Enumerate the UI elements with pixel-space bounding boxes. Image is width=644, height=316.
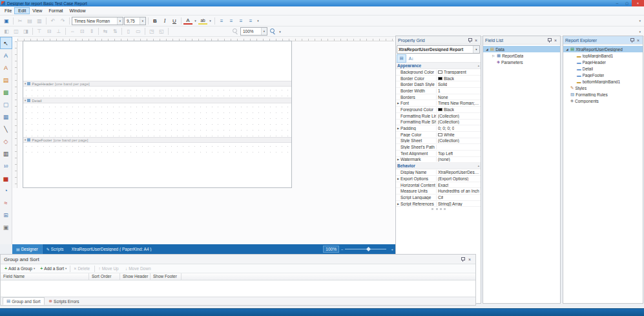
property-value[interactable]: Top Left: [437, 151, 481, 156]
font-name-combo[interactable]: Times New Roman ▾: [72, 17, 123, 25]
font-color-button[interactable]: A: [183, 17, 192, 25]
pin-icon[interactable]: [630, 37, 634, 43]
close-button[interactable]: ×: [632, 0, 644, 6]
property-row[interactable]: Border Width 1: [396, 88, 481, 94]
property-value[interactable]: XtraReportUserDesigned: [437, 170, 481, 174]
expander-icon[interactable]: ▷: [492, 54, 495, 58]
band-area-pageheader[interactable]: [23, 87, 291, 98]
property-value[interactable]: (Export Options): [437, 176, 481, 181]
menu-file[interactable]: File: [1, 8, 15, 14]
highlight-button[interactable]: ab: [198, 17, 207, 25]
close-icon[interactable]: ×: [553, 38, 558, 43]
bring-to-front-icon[interactable]: ◳: [147, 27, 156, 36]
node-formatting-rules[interactable]: ▨ Formatting Rules: [563, 91, 643, 98]
zoom-slider-thumb[interactable]: [366, 247, 371, 251]
property-row[interactable]: Style Sheet (Collection): [396, 138, 481, 145]
subreport-tool[interactable]: ▣: [1, 222, 12, 233]
pin-icon[interactable]: [461, 257, 465, 262]
band-strip-pageheader[interactable]: ▾ PageHeader [one band per page]: [23, 81, 291, 87]
close-icon[interactable]: ×: [467, 257, 472, 262]
property-value[interactable]: Transparent: [437, 70, 481, 74]
node-parameters[interactable]: ◈ Parameters: [483, 59, 560, 65]
zoom-level-combo[interactable]: 100% ▾: [240, 27, 267, 36]
font-size-combo[interactable]: 9,75 ▾: [124, 17, 146, 25]
node-styles[interactable]: ✎ Styles: [563, 85, 643, 91]
category-appearance[interactable]: Appearance ▴: [396, 63, 481, 69]
picture-box-tool[interactable]: ▩: [1, 87, 12, 98]
property-row[interactable]: ▶ Padding 0; 0; 0; 0: [396, 125, 481, 132]
shape-tool[interactable]: ◇: [1, 136, 12, 147]
band-strip-pagefooter[interactable]: ▾ PageFooter [one band per page]: [23, 137, 291, 143]
expander-icon[interactable]: ◢: [565, 48, 569, 51]
dropdown-arrow-icon[interactable]: ▾: [117, 17, 123, 25]
zoom-decrease-icon[interactable]: −: [341, 248, 344, 251]
align-right-button[interactable]: ≡: [236, 17, 245, 25]
send-to-back-icon[interactable]: ◱: [157, 27, 166, 36]
tab-scripts[interactable]: ✎ Scripts: [42, 244, 68, 254]
node-topmarginband1[interactable]: ▬ topMarginBand1: [563, 52, 643, 59]
node-data[interactable]: ◢ ▤ Data: [483, 46, 560, 52]
toolbar-overflow-icon[interactable]: ▾: [639, 30, 642, 34]
property-value[interactable]: Solid: [437, 82, 481, 87]
menu-format[interactable]: Format: [45, 8, 66, 14]
category-behavior[interactable]: Behavior ▴: [396, 163, 481, 169]
property-row[interactable]: Formatting Rule Links (Collection): [396, 113, 481, 120]
property-row[interactable]: Script Language C#: [396, 195, 481, 201]
minimize-button[interactable]: ─: [612, 0, 622, 6]
design-surface[interactable]: ▾ PageHeader [one band per page] ▾ Detai…: [12, 37, 395, 244]
pin-icon[interactable]: [547, 37, 552, 43]
property-value[interactable]: Hundredths of an Inch: [437, 189, 481, 193]
node-pagefooter[interactable]: ▬ PageFooter: [563, 72, 643, 78]
node-components[interactable]: ◈ Components: [563, 98, 643, 104]
italic-button[interactable]: I: [160, 17, 169, 25]
dropdown-arrow-icon[interactable]: ▾: [140, 17, 145, 25]
property-row[interactable]: Style Sheet's Path: [396, 144, 481, 151]
property-row[interactable]: Display Name XtraReportUserDesigned: [396, 169, 481, 176]
property-row[interactable]: ▶ Script References String[] Array: [396, 201, 481, 207]
copy-icon[interactable]: ▤: [25, 17, 34, 25]
group-sort-body[interactable]: [1, 280, 475, 297]
same-height-icon[interactable]: ⇕: [87, 27, 96, 36]
align-center-button[interactable]: ≡: [227, 17, 236, 25]
report-page[interactable]: ▾ PageHeader [one band per page] ▾ Detai…: [23, 41, 292, 188]
property-value[interactable]: Black: [437, 107, 481, 112]
property-value[interactable]: 1: [437, 89, 481, 93]
property-value[interactable]: 0; 0; 0; 0: [437, 126, 481, 131]
table-tool[interactable]: ▦: [1, 111, 12, 122]
zipcode-tool[interactable]: 10: [1, 160, 12, 171]
property-value[interactable]: C#: [437, 195, 481, 200]
pivot-grid-tool[interactable]: ⊞: [1, 209, 12, 220]
cut-icon[interactable]: ✂: [16, 17, 25, 25]
property-row[interactable]: Page Color White: [396, 132, 481, 138]
zoom-slider[interactable]: [345, 246, 386, 253]
property-row[interactable]: Text Alignment Top Left: [396, 151, 481, 157]
band-area-pagefooter[interactable]: [23, 143, 291, 156]
rich-text-tool[interactable]: ▤: [1, 74, 12, 85]
column-header[interactable]: Show Footer: [151, 273, 182, 280]
text-align-dropdown-icon[interactable]: ▾: [256, 17, 260, 25]
align-left-button[interactable]: ≡: [217, 17, 226, 25]
property-row[interactable]: Background Color Transparent: [396, 69, 481, 76]
bold-button[interactable]: B: [151, 17, 160, 25]
node-detail[interactable]: ▬ Detail: [563, 65, 643, 72]
property-row[interactable]: ▶ Font Times New Roman; 9.75pt: [396, 100, 481, 107]
property-value[interactable]: (none): [437, 157, 481, 162]
band-area-detail[interactable]: [23, 104, 291, 137]
menu-window[interactable]: Window: [67, 8, 89, 14]
expander-icon[interactable]: ◢: [485, 48, 489, 51]
highlight-dropdown-icon[interactable]: ▾: [208, 17, 213, 25]
pin-icon[interactable]: [468, 37, 472, 43]
collapse-band-icon[interactable]: ▾: [25, 82, 26, 85]
font-color-dropdown-icon[interactable]: ▾: [193, 17, 198, 25]
property-row[interactable]: Horizontal Content Splitting Exact: [396, 182, 481, 189]
property-row[interactable]: Border Dash Style Solid: [396, 81, 481, 88]
property-value[interactable]: White: [437, 132, 481, 137]
description-splitter[interactable]: [431, 208, 446, 211]
align-middles-icon[interactable]: ⊟: [45, 27, 54, 36]
categorized-view-button[interactable]: ▤: [397, 55, 406, 62]
panel-tool[interactable]: ▢: [1, 99, 12, 110]
property-value[interactable]: Times New Roman; 9.75pt: [437, 101, 481, 105]
align-top-edges-icon[interactable]: ⊤: [35, 27, 44, 36]
center-vertically-icon[interactable]: ▭: [134, 27, 143, 36]
character-comb-tool[interactable]: A: [1, 62, 12, 73]
